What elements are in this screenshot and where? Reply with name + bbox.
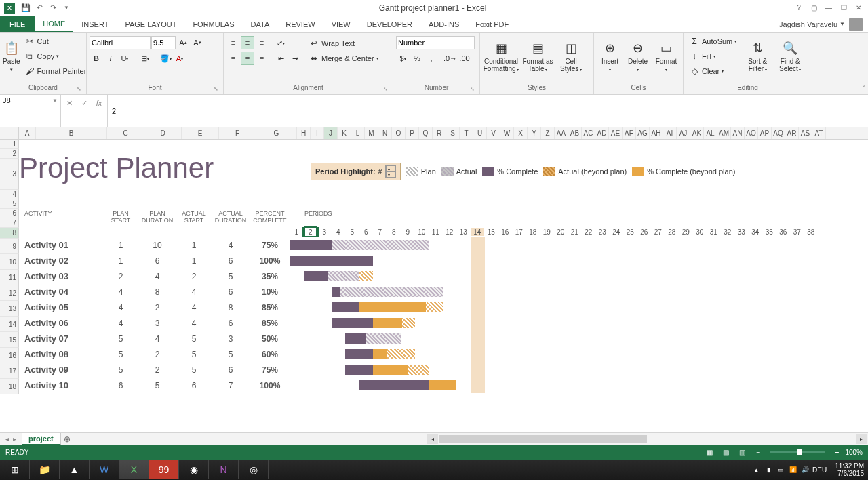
tray-volume-icon[interactable]: 🔊: [800, 465, 810, 474]
taskbar-word[interactable]: W: [90, 460, 119, 479]
period-6[interactable]: 6: [359, 228, 374, 236]
borders-button[interactable]: ⊞▾: [138, 52, 152, 65]
taskbar-matlab[interactable]: ▲: [60, 460, 90, 479]
start-button[interactable]: ⊞: [0, 460, 30, 479]
fill-button[interactable]: ↓Fill ▾: [686, 49, 739, 63]
percent[interactable]: 85%: [250, 303, 290, 312]
actual-start[interactable]: 4: [177, 287, 211, 297]
row-header-12[interactable]: 12: [0, 285, 19, 301]
system-clock[interactable]: 11:32 PM 7/6/2015: [831, 462, 868, 477]
period-34[interactable]: 34: [749, 228, 763, 236]
col-header-S[interactable]: S: [446, 127, 460, 139]
actual-start[interactable]: 5: [177, 350, 211, 359]
format-painter-button[interactable]: 🖌Format Painter: [22, 64, 90, 78]
collapse-ribbon-icon[interactable]: ˆ: [863, 85, 865, 93]
actual-start[interactable]: 4: [177, 303, 211, 312]
actual-start[interactable]: 5: [177, 334, 211, 344]
col-header-H[interactable]: H: [297, 127, 311, 139]
chevron-down-icon[interactable]: ▼: [52, 98, 58, 104]
undo-icon[interactable]: ↶: [33, 1, 46, 15]
plan-start[interactable]: 5: [104, 365, 138, 375]
percent[interactable]: 60%: [250, 350, 290, 359]
actual-start[interactable]: 1: [177, 256, 211, 266]
scroll-right-icon[interactable]: ▸: [856, 434, 867, 444]
tray-lang[interactable]: DEU: [812, 466, 827, 474]
col-header-B[interactable]: B: [36, 127, 107, 139]
add-sheet-icon[interactable]: ⊕: [61, 434, 73, 444]
col-header-I[interactable]: I: [311, 127, 324, 139]
plan-start[interactable]: 1: [104, 241, 138, 250]
period-31[interactable]: 31: [707, 228, 721, 236]
col-header-AN[interactable]: AN: [731, 127, 745, 139]
row-header-7[interactable]: 7: [0, 218, 19, 228]
activity-name[interactable]: Activity 06: [19, 318, 104, 328]
plan-dur[interactable]: 2: [138, 365, 177, 375]
enter-formula-icon[interactable]: ✓: [77, 96, 91, 110]
row-header-16[interactable]: 16: [0, 348, 19, 363]
col-header-F[interactable]: F: [219, 127, 256, 139]
col-header-AL[interactable]: AL: [704, 127, 717, 139]
row-header-10[interactable]: 10: [0, 254, 19, 270]
activity-row[interactable]: Activity 07 5 4 5 3 50%: [19, 331, 868, 346]
scroll-left-icon[interactable]: ◂: [427, 434, 438, 444]
align-middle-button[interactable]: ≡: [241, 36, 254, 49]
actual-dur[interactable]: 6: [211, 365, 250, 375]
period-36[interactable]: 36: [776, 228, 791, 236]
period-4[interactable]: 4: [332, 228, 346, 236]
cut-button[interactable]: ✂Cut: [22, 34, 90, 48]
find-select-button[interactable]: 🔍Find & Select ▾: [776, 34, 804, 79]
row-header-15[interactable]: 15: [0, 332, 19, 348]
col-header-A[interactable]: A: [19, 127, 36, 139]
col-header-O[interactable]: O: [392, 127, 406, 139]
align-center-button[interactable]: ≡: [241, 52, 254, 65]
clear-button[interactable]: ◇Clear ▾: [686, 64, 739, 78]
period-11[interactable]: 11: [429, 228, 443, 236]
activity-name[interactable]: Activity 10: [19, 380, 104, 390]
col-header-AD[interactable]: AD: [595, 127, 609, 139]
taskbar-obs[interactable]: ◎: [239, 460, 269, 479]
period-8[interactable]: 8: [387, 228, 401, 236]
plan-start[interactable]: 4: [104, 303, 138, 312]
period-13[interactable]: 13: [456, 228, 471, 236]
redo-icon[interactable]: ↷: [46, 1, 60, 15]
plan-start[interactable]: 1: [104, 256, 138, 266]
row-header-4[interactable]: 4: [0, 190, 19, 199]
user-name[interactable]: Jagdish Vajravelu▼: [774, 16, 868, 32]
col-header-AB[interactable]: AB: [568, 127, 582, 139]
col-header-Y[interactable]: Y: [528, 127, 541, 139]
plan-start[interactable]: 4: [104, 319, 138, 328]
plan-dur[interactable]: 10: [138, 241, 177, 250]
file-tab[interactable]: FILE: [0, 16, 35, 32]
col-header-J[interactable]: J: [324, 127, 338, 139]
plan-start[interactable]: 5: [104, 334, 138, 344]
activity-name[interactable]: Activity 01: [19, 240, 104, 250]
col-header-X[interactable]: X: [514, 127, 528, 139]
ribbon-tab-foxit-pdf[interactable]: Foxit PDF: [467, 16, 517, 32]
close-icon[interactable]: ✕: [852, 2, 865, 14]
align-bottom-button[interactable]: ≡: [255, 36, 269, 49]
period-17[interactable]: 17: [512, 228, 526, 236]
sort-filter-button[interactable]: ⇅Sort & Filter ▾: [743, 34, 772, 79]
row-header-1[interactable]: 1: [0, 140, 19, 149]
accounting-button[interactable]: $▾: [396, 52, 410, 65]
col-header-AH[interactable]: AH: [650, 127, 663, 139]
col-header-AO[interactable]: AO: [745, 127, 758, 139]
ribbon-tab-add-ins[interactable]: ADD-INS: [420, 16, 467, 32]
col-header-AK[interactable]: AK: [690, 127, 704, 139]
autosum-button[interactable]: ΣAutoSum ▾: [686, 34, 739, 48]
period-2[interactable]: 2: [304, 228, 318, 236]
period-5[interactable]: 5: [345, 228, 359, 236]
activity-row[interactable]: Activity 01 1 10 1 4 75%: [19, 237, 868, 253]
activity-row[interactable]: Activity 08 5 2 5 5 60%: [19, 346, 868, 362]
period-24[interactable]: 24: [610, 228, 624, 236]
percent[interactable]: 10%: [250, 287, 290, 297]
col-header-AQ[interactable]: AQ: [772, 127, 785, 139]
actual-start[interactable]: 1: [177, 241, 211, 250]
col-header-D[interactable]: D: [144, 127, 182, 139]
activity-name[interactable]: Activity 04: [19, 287, 104, 297]
period-1[interactable]: 1: [290, 228, 304, 236]
ribbon-tab-home[interactable]: HOME: [35, 16, 73, 32]
ribbon-tab-page-layout[interactable]: PAGE LAYOUT: [117, 16, 184, 32]
number-format-select[interactable]: [396, 36, 475, 49]
row-header-11[interactable]: 11: [0, 270, 19, 285]
